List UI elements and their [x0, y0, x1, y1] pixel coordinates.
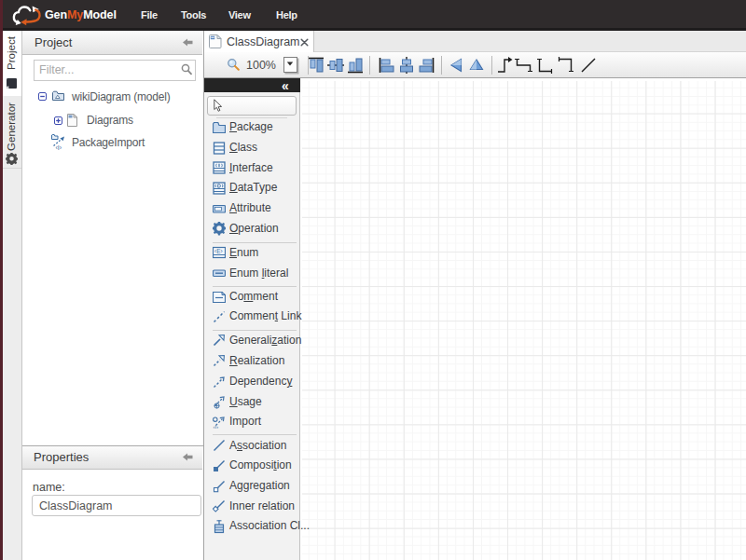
svg-text:‹E›: ‹E› — [214, 248, 223, 254]
svg-text:‹I›: ‹I› — [56, 144, 62, 151]
svg-text:‹I›: ‹I› — [214, 424, 219, 430]
